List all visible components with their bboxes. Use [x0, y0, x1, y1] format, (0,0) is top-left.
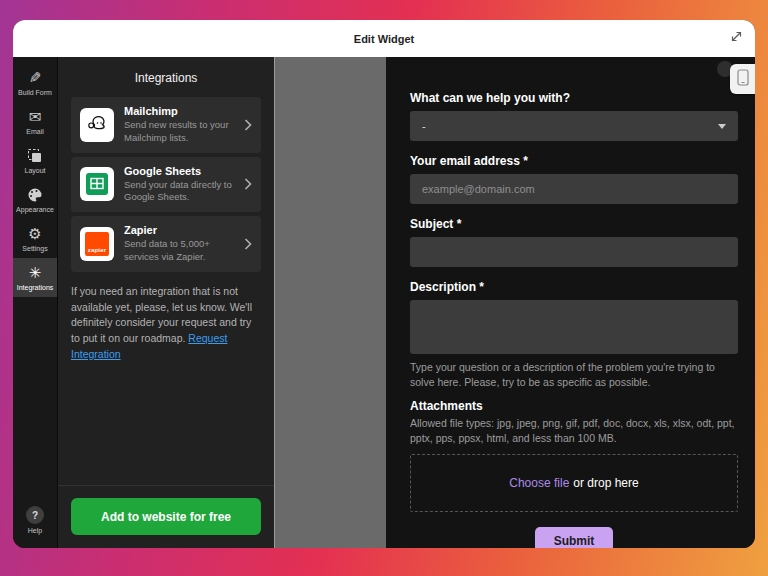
request-integration-note: If you need an integration that is not a…: [58, 272, 274, 375]
integration-name: Google Sheets: [124, 165, 234, 177]
description-help-text: Type your question or a description of t…: [410, 360, 738, 389]
integrations-hub-icon: ✳: [29, 265, 42, 281]
description-label: Description *: [410, 280, 738, 294]
topic-label: What can we help you with?: [410, 91, 738, 105]
email-label: Your email address *: [410, 154, 738, 168]
sidebar-item-label: Help: [28, 527, 42, 534]
subject-field-group: Subject *: [410, 217, 738, 267]
smartphone-icon: [737, 69, 749, 90]
integration-card-zapier[interactable]: zapier Zapier Send data to 5,000+ servic…: [71, 216, 261, 272]
mailchimp-logo-icon: [80, 108, 114, 142]
gradient-background: Edit Widget ✎ Build Form ✉: [0, 0, 768, 576]
topic-selected-value: -: [422, 120, 426, 132]
email-field[interactable]: [410, 174, 738, 204]
zapier-logo-text: zapier: [88, 247, 107, 256]
pencil-icon: ✎: [29, 70, 42, 86]
choose-file-link[interactable]: Choose file: [509, 476, 569, 490]
sidebar-item-settings[interactable]: ⚙ Settings: [13, 219, 57, 258]
panel-footer: Add to website for free: [58, 485, 274, 548]
sidebar-item-build-form[interactable]: ✎ Build Form: [13, 63, 57, 102]
integration-card-mailchimp[interactable]: Mailchimp Send new results to your Mailc…: [71, 97, 261, 153]
sidebar-item-email[interactable]: ✉ Email: [13, 102, 57, 141]
title-bar: Edit Widget: [13, 20, 755, 57]
panel-spacer: [58, 375, 274, 485]
attachments-section: Attachments Allowed file types: jpg, jpe…: [410, 399, 738, 511]
gear-icon: ⚙: [28, 226, 41, 242]
subject-field[interactable]: [410, 237, 738, 267]
expand-button[interactable]: [728, 31, 744, 47]
panel-title: Integrations: [58, 57, 274, 97]
integration-description: Send data to 5,000+ services via Zapier.: [124, 238, 234, 264]
zapier-logo-icon: zapier: [80, 227, 114, 261]
palette-icon: [27, 187, 43, 203]
email-field-group: Your email address *: [410, 154, 738, 204]
file-dropzone[interactable]: Choose file or drop here: [410, 454, 738, 512]
chevron-down-icon: [718, 124, 726, 129]
description-field-group: Description * Type your question or a de…: [410, 280, 738, 389]
sidebar-item-integrations[interactable]: ✳ Integrations: [13, 258, 57, 297]
sidebar-item-label: Settings: [22, 245, 47, 252]
submit-button[interactable]: Submit: [535, 527, 613, 548]
chevron-right-icon: [244, 177, 252, 191]
integration-name: Mailchimp: [124, 105, 234, 117]
integration-card-texts: Zapier Send data to 5,000+ services via …: [124, 224, 234, 264]
integration-description: Send your data directly to Google Sheets…: [124, 179, 234, 205]
sidebar-item-label: Layout: [24, 167, 45, 174]
sidebar: ✎ Build Form ✉ Email Layout: [13, 57, 57, 548]
sidebar-item-help[interactable]: ? Help: [13, 499, 57, 548]
integration-card-list: Mailchimp Send new results to your Mailc…: [58, 97, 274, 272]
layout-icon: [27, 148, 43, 164]
integration-card-google-sheets[interactable]: Google Sheets Send your data directly to…: [71, 157, 261, 213]
description-field[interactable]: [410, 300, 738, 354]
integration-name: Zapier: [124, 224, 234, 236]
chevron-right-icon: [244, 237, 252, 251]
integration-description: Send new results to your Mailchimp lists…: [124, 119, 234, 145]
window-body: ✎ Build Form ✉ Email Layout: [13, 57, 755, 548]
sidebar-item-label: Appearance: [16, 206, 54, 213]
attachments-help-text: Allowed file types: jpg, jpeg, png, gif,…: [410, 416, 738, 445]
topic-select[interactable]: -: [410, 111, 738, 141]
sidebar-item-label: Email: [26, 128, 44, 135]
sidebar-item-label: Build Form: [18, 89, 52, 96]
form-preview: What can we help you with? - Your email …: [386, 57, 755, 548]
integrations-panel: Integrations Mailchimp: [57, 57, 274, 548]
expand-diagonal-icon: [729, 29, 744, 48]
topic-field-group: What can we help you with? -: [410, 91, 738, 141]
sidebar-item-appearance[interactable]: Appearance: [13, 180, 57, 219]
sidebar-spacer: [13, 297, 57, 499]
integration-card-texts: Mailchimp Send new results to your Mailc…: [124, 105, 234, 145]
sidebar-item-label: Integrations: [17, 284, 54, 291]
mobile-preview-toggle[interactable]: [730, 64, 755, 94]
attachments-label: Attachments: [410, 399, 738, 413]
drop-here-text: or drop here: [573, 476, 638, 490]
chevron-right-icon: [244, 118, 252, 132]
add-to-website-button[interactable]: Add to website for free: [71, 498, 261, 535]
edit-widget-window: Edit Widget ✎ Build Form ✉: [13, 20, 755, 548]
subject-label: Subject *: [410, 217, 738, 231]
sidebar-item-layout[interactable]: Layout: [13, 141, 57, 180]
integration-card-texts: Google Sheets Send your data directly to…: [124, 165, 234, 205]
submit-row: Submit: [410, 527, 738, 548]
widget-backdrop: [274, 57, 386, 548]
envelope-icon: ✉: [29, 109, 42, 125]
google-sheets-logo-icon: [80, 167, 114, 201]
page-title: Edit Widget: [354, 33, 414, 45]
question-mark-icon: ?: [26, 506, 44, 524]
